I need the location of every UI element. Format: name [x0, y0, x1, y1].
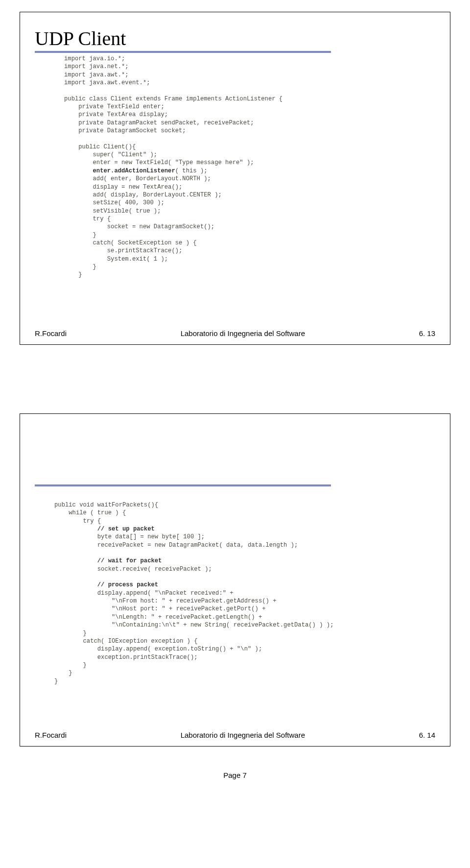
- slide-1: UDP Client import java.io.*; import java…: [20, 12, 450, 345]
- footer-pagenum: 6. 14: [419, 731, 435, 739]
- c2-l22: }: [54, 670, 72, 676]
- c1-l02: import java.net.*;: [64, 63, 129, 70]
- c2-l11a: [54, 581, 97, 588]
- c2-l02: while ( true ) {: [54, 509, 126, 516]
- c1-l04: import java.awt.event.*;: [64, 79, 150, 86]
- c2-l12: display.append( "\nPacket received:" +: [54, 590, 234, 597]
- c1-l19: setSize( 400, 300 );: [64, 199, 164, 206]
- c1-l18: add( display, BorderLayout.CENTER );: [64, 192, 222, 198]
- c1-l07: private TextField enter;: [64, 103, 164, 110]
- code-block-1: import java.io.*; import java.net.*; imp…: [64, 55, 435, 279]
- c1-l26: System.exit( 1 );: [64, 256, 168, 263]
- c1-l09: private DatagramPacket sendPacket, recei…: [64, 120, 254, 126]
- c2-l19: display.append( exception.toString() + "…: [54, 646, 262, 652]
- c1-l13: super( "Client" );: [64, 151, 157, 158]
- slide-2: public void waitForPackets(){ while ( tr…: [20, 413, 450, 747]
- c2-l04a: [54, 526, 97, 532]
- c2-l11b-bold: // process packet: [97, 581, 158, 588]
- c1-l10: private DatagramSocket socket;: [64, 127, 186, 134]
- c1-l20: setVisible( true );: [64, 208, 161, 215]
- c2-l05: byte data[] = new byte[ 100 ];: [54, 533, 205, 540]
- c2-l16: "\nContaining:\n\t" + new String( receiv…: [54, 622, 333, 628]
- c2-l20: exception.printStackTrace();: [54, 654, 198, 661]
- c1-l15c: ( this );: [175, 168, 208, 174]
- footer-author: R.Focardi: [35, 329, 67, 338]
- title-rule: [35, 51, 331, 53]
- c1-l25: se.printStackTrace();: [64, 247, 182, 254]
- c1-l12: public Client(){: [64, 144, 136, 150]
- c1-l06: public class Client extends Frame implem…: [64, 96, 282, 102]
- c1-l24: catch( SocketException se ) {: [64, 240, 197, 246]
- c2-l04b-bold: // set up packet: [97, 526, 155, 532]
- footer-pagenum: 6. 13: [419, 329, 435, 338]
- slide-footer-1: R.Focardi Laboratorio di Ingegneria del …: [35, 329, 435, 338]
- c1-l15a: [64, 168, 93, 174]
- c2-l18: catch( IOException exception ) {: [54, 638, 198, 645]
- footer-author: R.Focardi: [35, 731, 67, 739]
- c2-l17: }: [54, 630, 87, 637]
- c1-l27: }: [64, 264, 96, 270]
- c1-l14: enter = new TextField( "Type message her…: [64, 159, 254, 166]
- slide-title: UDP Client: [35, 27, 435, 50]
- c2-l15: "\nLength: " + receivePacket.getLength()…: [54, 614, 262, 621]
- footer-title: Laboratorio di Ingegneria del Software: [181, 731, 305, 739]
- c2-l08a: [54, 557, 97, 564]
- c2-l06: receivePacket = new DatagramPacket( data…: [54, 542, 298, 549]
- c2-l13: "\nFrom host: " + receivePacket.getAddre…: [54, 598, 276, 604]
- c2-l23: }: [54, 678, 58, 685]
- c2-l08b-bold: // wait for packet: [97, 557, 162, 564]
- c1-l03: import java.awt.*;: [64, 72, 129, 78]
- code-block-2: public void waitForPackets(){ while ( tr…: [54, 501, 435, 685]
- slide-footer-2: R.Focardi Laboratorio di Ingegneria del …: [35, 731, 435, 739]
- footer-title: Laboratorio di Ingegneria del Software: [181, 329, 305, 338]
- c1-l16: add( enter, BorderLayout.NORTH );: [64, 175, 211, 182]
- c1-l15b-bold: enter.addActionListener: [93, 168, 175, 174]
- c2-l14: "\nHost port: " + receivePacket.getPort(…: [54, 605, 266, 612]
- c1-l28: }: [64, 271, 82, 278]
- c1-l22: socket = new DatagramSocket();: [64, 223, 214, 230]
- c1-l01: import java.io.*;: [64, 55, 125, 62]
- c2-l09: socket.receive( receivePacket );: [54, 566, 212, 573]
- c1-l23: }: [64, 232, 96, 239]
- c2-l21: }: [54, 662, 87, 669]
- c1-l21: try {: [64, 216, 111, 222]
- c1-l08: private TextArea display;: [64, 111, 168, 118]
- title-rule-2: [35, 484, 331, 486]
- c2-l01: public void waitForPackets(){: [54, 502, 158, 508]
- c2-l03: try {: [54, 518, 101, 525]
- c1-l17: display = new TextArea();: [64, 184, 182, 191]
- document-page-number: Page 7: [0, 771, 470, 779]
